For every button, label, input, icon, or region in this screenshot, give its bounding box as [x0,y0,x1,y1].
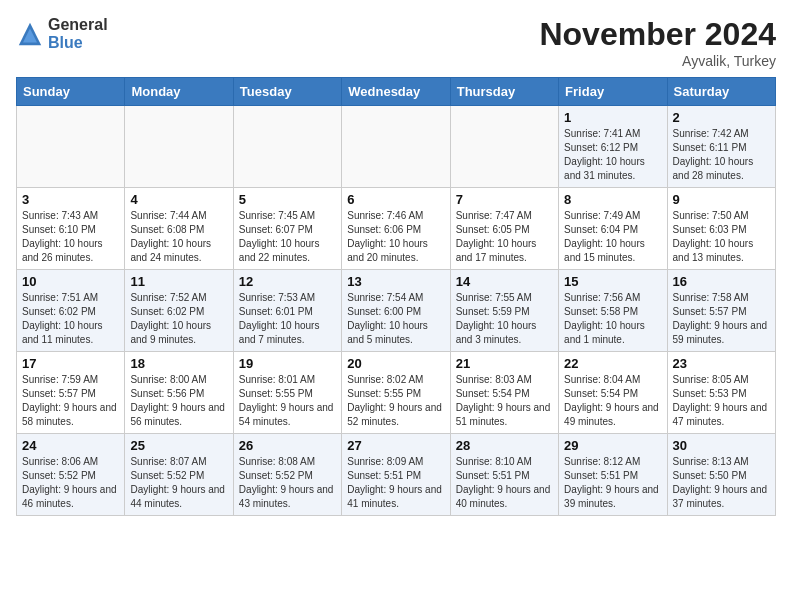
calendar-cell-w1d2: 5Sunrise: 7:45 AM Sunset: 6:07 PM Daylig… [233,188,341,270]
day-number: 2 [673,110,770,125]
calendar-cell-w0d4 [450,106,558,188]
day-info: Sunrise: 8:12 AM Sunset: 5:51 PM Dayligh… [564,455,661,511]
day-number: 10 [22,274,119,289]
weekday-header-tuesday: Tuesday [233,78,341,106]
calendar-cell-w0d5: 1Sunrise: 7:41 AM Sunset: 6:12 PM Daylig… [559,106,667,188]
day-info: Sunrise: 7:49 AM Sunset: 6:04 PM Dayligh… [564,209,661,265]
calendar-cell-w2d6: 16Sunrise: 7:58 AM Sunset: 5:57 PM Dayli… [667,270,775,352]
calendar-cell-w4d1: 25Sunrise: 8:07 AM Sunset: 5:52 PM Dayli… [125,434,233,516]
calendar-cell-w0d2 [233,106,341,188]
calendar-cell-w3d1: 18Sunrise: 8:00 AM Sunset: 5:56 PM Dayli… [125,352,233,434]
day-info: Sunrise: 8:08 AM Sunset: 5:52 PM Dayligh… [239,455,336,511]
weekday-header-friday: Friday [559,78,667,106]
day-info: Sunrise: 8:05 AM Sunset: 5:53 PM Dayligh… [673,373,770,429]
calendar-cell-w0d0 [17,106,125,188]
day-number: 12 [239,274,336,289]
calendar-cell-w3d3: 20Sunrise: 8:02 AM Sunset: 5:55 PM Dayli… [342,352,450,434]
calendar-cell-w1d1: 4Sunrise: 7:44 AM Sunset: 6:08 PM Daylig… [125,188,233,270]
location: Ayvalik, Turkey [539,53,776,69]
logo: General Blue [16,16,108,51]
day-info: Sunrise: 8:04 AM Sunset: 5:54 PM Dayligh… [564,373,661,429]
day-info: Sunrise: 7:58 AM Sunset: 5:57 PM Dayligh… [673,291,770,347]
calendar-cell-w2d4: 14Sunrise: 7:55 AM Sunset: 5:59 PM Dayli… [450,270,558,352]
day-info: Sunrise: 8:13 AM Sunset: 5:50 PM Dayligh… [673,455,770,511]
weekday-header-wednesday: Wednesday [342,78,450,106]
day-info: Sunrise: 8:06 AM Sunset: 5:52 PM Dayligh… [22,455,119,511]
calendar-cell-w4d0: 24Sunrise: 8:06 AM Sunset: 5:52 PM Dayli… [17,434,125,516]
calendar-cell-w3d6: 23Sunrise: 8:05 AM Sunset: 5:53 PM Dayli… [667,352,775,434]
day-info: Sunrise: 7:50 AM Sunset: 6:03 PM Dayligh… [673,209,770,265]
calendar-cell-w1d6: 9Sunrise: 7:50 AM Sunset: 6:03 PM Daylig… [667,188,775,270]
day-number: 30 [673,438,770,453]
calendar-cell-w4d6: 30Sunrise: 8:13 AM Sunset: 5:50 PM Dayli… [667,434,775,516]
day-number: 14 [456,274,553,289]
calendar-cell-w2d0: 10Sunrise: 7:51 AM Sunset: 6:02 PM Dayli… [17,270,125,352]
calendar-cell-w3d0: 17Sunrise: 7:59 AM Sunset: 5:57 PM Dayli… [17,352,125,434]
day-number: 27 [347,438,444,453]
calendar-cell-w0d3 [342,106,450,188]
day-number: 25 [130,438,227,453]
calendar-cell-w2d1: 11Sunrise: 7:52 AM Sunset: 6:02 PM Dayli… [125,270,233,352]
calendar-cell-w4d5: 29Sunrise: 8:12 AM Sunset: 5:51 PM Dayli… [559,434,667,516]
logo-blue-text: Blue [48,34,108,52]
day-number: 21 [456,356,553,371]
day-info: Sunrise: 7:59 AM Sunset: 5:57 PM Dayligh… [22,373,119,429]
day-number: 28 [456,438,553,453]
weekday-header-thursday: Thursday [450,78,558,106]
calendar-cell-w1d5: 8Sunrise: 7:49 AM Sunset: 6:04 PM Daylig… [559,188,667,270]
calendar-cell-w1d0: 3Sunrise: 7:43 AM Sunset: 6:10 PM Daylig… [17,188,125,270]
day-number: 9 [673,192,770,207]
title-block: November 2024 Ayvalik, Turkey [539,16,776,69]
logo-icon [16,20,44,48]
calendar-cell-w1d3: 6Sunrise: 7:46 AM Sunset: 6:06 PM Daylig… [342,188,450,270]
day-info: Sunrise: 7:41 AM Sunset: 6:12 PM Dayligh… [564,127,661,183]
day-number: 11 [130,274,227,289]
calendar-cell-w3d2: 19Sunrise: 8:01 AM Sunset: 5:55 PM Dayli… [233,352,341,434]
day-number: 26 [239,438,336,453]
day-info: Sunrise: 8:10 AM Sunset: 5:51 PM Dayligh… [456,455,553,511]
day-info: Sunrise: 7:46 AM Sunset: 6:06 PM Dayligh… [347,209,444,265]
day-info: Sunrise: 7:52 AM Sunset: 6:02 PM Dayligh… [130,291,227,347]
day-number: 6 [347,192,444,207]
day-info: Sunrise: 7:51 AM Sunset: 6:02 PM Dayligh… [22,291,119,347]
day-info: Sunrise: 7:54 AM Sunset: 6:00 PM Dayligh… [347,291,444,347]
day-info: Sunrise: 7:55 AM Sunset: 5:59 PM Dayligh… [456,291,553,347]
day-info: Sunrise: 7:56 AM Sunset: 5:58 PM Dayligh… [564,291,661,347]
day-info: Sunrise: 8:09 AM Sunset: 5:51 PM Dayligh… [347,455,444,511]
day-info: Sunrise: 8:01 AM Sunset: 5:55 PM Dayligh… [239,373,336,429]
day-number: 3 [22,192,119,207]
day-number: 29 [564,438,661,453]
day-number: 4 [130,192,227,207]
day-number: 19 [239,356,336,371]
day-number: 1 [564,110,661,125]
day-info: Sunrise: 7:44 AM Sunset: 6:08 PM Dayligh… [130,209,227,265]
page-header: General Blue November 2024 Ayvalik, Turk… [16,16,776,69]
calendar-cell-w0d6: 2Sunrise: 7:42 AM Sunset: 6:11 PM Daylig… [667,106,775,188]
day-number: 22 [564,356,661,371]
day-number: 7 [456,192,553,207]
calendar-cell-w4d4: 28Sunrise: 8:10 AM Sunset: 5:51 PM Dayli… [450,434,558,516]
month-title: November 2024 [539,16,776,53]
day-number: 17 [22,356,119,371]
day-number: 18 [130,356,227,371]
calendar-cell-w3d5: 22Sunrise: 8:04 AM Sunset: 5:54 PM Dayli… [559,352,667,434]
calendar-cell-w1d4: 7Sunrise: 7:47 AM Sunset: 6:05 PM Daylig… [450,188,558,270]
calendar-cell-w2d5: 15Sunrise: 7:56 AM Sunset: 5:58 PM Dayli… [559,270,667,352]
day-number: 20 [347,356,444,371]
day-number: 8 [564,192,661,207]
calendar-cell-w4d3: 27Sunrise: 8:09 AM Sunset: 5:51 PM Dayli… [342,434,450,516]
calendar-cell-w2d3: 13Sunrise: 7:54 AM Sunset: 6:00 PM Dayli… [342,270,450,352]
day-info: Sunrise: 7:42 AM Sunset: 6:11 PM Dayligh… [673,127,770,183]
day-number: 15 [564,274,661,289]
day-info: Sunrise: 8:03 AM Sunset: 5:54 PM Dayligh… [456,373,553,429]
day-number: 24 [22,438,119,453]
logo-general-text: General [48,16,108,34]
day-info: Sunrise: 8:02 AM Sunset: 5:55 PM Dayligh… [347,373,444,429]
day-number: 13 [347,274,444,289]
day-info: Sunrise: 7:45 AM Sunset: 6:07 PM Dayligh… [239,209,336,265]
day-info: Sunrise: 7:53 AM Sunset: 6:01 PM Dayligh… [239,291,336,347]
weekday-header-saturday: Saturday [667,78,775,106]
calendar-cell-w2d2: 12Sunrise: 7:53 AM Sunset: 6:01 PM Dayli… [233,270,341,352]
weekday-header-monday: Monday [125,78,233,106]
day-info: Sunrise: 7:47 AM Sunset: 6:05 PM Dayligh… [456,209,553,265]
